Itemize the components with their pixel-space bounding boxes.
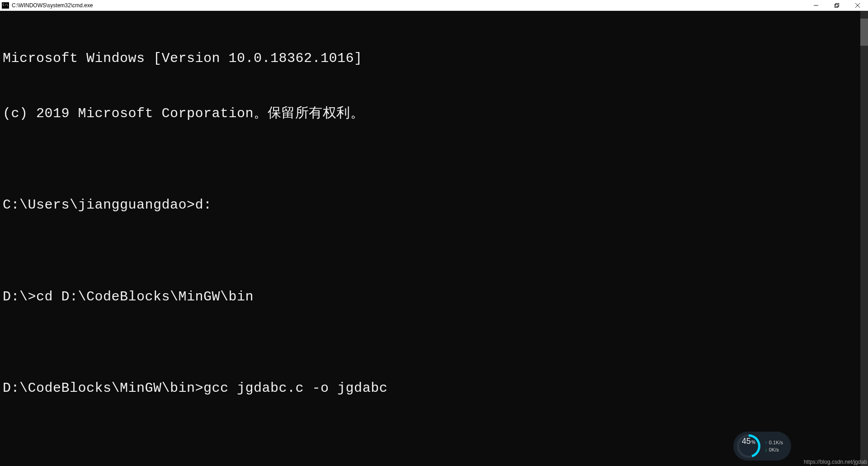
cmd-icon <box>2 2 9 9</box>
terminal-line: D:\CodeBlocks\MinGW\bin>gcc jgdabc.c -o … <box>3 379 858 398</box>
cpu-usage-ring: 45% <box>737 434 760 458</box>
minimize-button[interactable] <box>806 0 826 10</box>
terminal-line: Microsoft Windows [Version 10.0.18362.10… <box>3 49 858 68</box>
maximize-button[interactable] <box>826 0 847 10</box>
svg-rect-2 <box>836 3 839 6</box>
minimize-icon <box>814 3 818 8</box>
terminal-line: (c) 2019 Microsoft Corporation。保留所有权利。 <box>3 105 858 123</box>
titlebar-left: C:\WINDOWS\system32\cmd.exe <box>0 2 93 9</box>
cpu-percent-symbol: % <box>751 440 755 445</box>
network-stats: ↑ 0.1K/s ↓ 0K/s <box>765 440 783 452</box>
window-controls <box>806 0 868 10</box>
upload-value: 0.1K/s <box>769 440 783 445</box>
terminal-line: D:\>cd D:\CodeBlocks\MinGW\bin <box>3 288 858 306</box>
performance-widget[interactable]: 45% ↑ 0.1K/s ↓ 0K/s <box>733 432 791 461</box>
scrollbar-thumb[interactable] <box>860 19 868 46</box>
watermark: https://blog.csdn.net/jgdab <box>804 459 867 465</box>
upload-icon: ↑ <box>765 440 767 445</box>
download-row: ↓ 0K/s <box>765 447 783 452</box>
window-titlebar: C:\WINDOWS\system32\cmd.exe <box>0 0 868 11</box>
terminal-content[interactable]: Microsoft Windows [Version 10.0.18362.10… <box>0 11 860 466</box>
scrollbar[interactable] <box>860 11 868 466</box>
upload-row: ↑ 0.1K/s <box>765 440 783 445</box>
close-icon <box>855 3 860 8</box>
close-button[interactable] <box>847 0 868 10</box>
cpu-usage-inner: 45% <box>739 437 758 456</box>
download-value: 0K/s <box>769 447 779 452</box>
terminal-line: C:\Users\jiangguangdao>d: <box>3 196 858 214</box>
cpu-percent-value: 45 <box>742 437 751 446</box>
maximize-icon <box>835 3 839 8</box>
terminal-area[interactable]: Microsoft Windows [Version 10.0.18362.10… <box>0 11 868 466</box>
download-icon: ↓ <box>765 447 767 452</box>
svg-rect-1 <box>835 4 838 7</box>
window-title: C:\WINDOWS\system32\cmd.exe <box>12 2 93 9</box>
